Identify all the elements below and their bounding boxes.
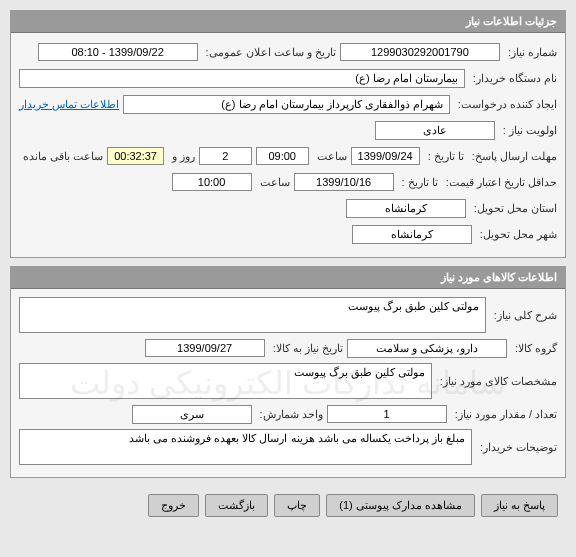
validity-to-label: تا تاریخ : <box>398 176 438 189</box>
city-field: کرمانشاه <box>352 225 472 244</box>
panel-header-1: جزئیات اطلاعات نیاز <box>11 11 565 33</box>
action-bar: پاسخ به نیاز مشاهده مدارک پیوستی (1) چاپ… <box>10 486 566 525</box>
validity-label: حداقل تاریخ اعتبار قیمت: <box>442 176 557 189</box>
group-label: گروه کالا: <box>511 342 557 355</box>
unit-field: سری <box>132 405 252 424</box>
time-label-1: ساعت <box>313 150 347 163</box>
group-field: دارو، پزشکی و سلامت <box>347 339 507 358</box>
buyer-label: نام دستگاه خریدار: <box>469 72 557 85</box>
need-to-field: 1399/09/27 <box>145 339 265 357</box>
desc-field: مولتی کلین طبق برگ پیوست <box>19 297 486 333</box>
unit-label: واحد شمارش: <box>256 408 323 421</box>
days-field: 2 <box>199 147 252 165</box>
need-details-panel: جزئیات اطلاعات نیاز شماره نیاز: 12990302… <box>10 10 566 258</box>
validity-date-field: 1399/10/16 <box>294 173 394 191</box>
province-field: کرمانشاه <box>346 199 466 218</box>
goods-panel: اطلاعات کالاهای مورد نیاز سامانه تدارکات… <box>10 266 566 478</box>
remain-field: 00:32:37 <box>107 147 164 165</box>
qty-field: 1 <box>327 405 447 423</box>
remain-label: ساعت باقی مانده <box>19 150 103 163</box>
notes-field: مبلغ باز پرداخت یکساله می باشد هزینه ارس… <box>19 429 472 465</box>
qty-label: تعداد / مقدار مورد نیاز: <box>451 408 557 421</box>
spec-label: مشخصات کالای مورد نیاز: <box>436 375 557 388</box>
priority-field: عادی <box>375 121 495 140</box>
panel-header-2: اطلاعات کالاهای مورد نیاز <box>11 267 565 289</box>
days-label: روز و <box>168 150 195 163</box>
priority-label: اولویت نیاز : <box>499 124 557 137</box>
announce-field: 1399/09/22 - 08:10 <box>38 43 198 61</box>
attachments-button[interactable]: مشاهده مدارک پیوستی (1) <box>326 494 475 517</box>
print-button[interactable]: چاپ <box>274 494 320 517</box>
contact-link[interactable]: اطلاعات تماس خریدار <box>19 98 119 111</box>
desc-label: شرح کلی نیاز: <box>490 309 557 322</box>
need-no-field: 1299030292001790 <box>340 43 500 61</box>
province-label: استان محل تحویل: <box>470 202 557 215</box>
buyer-field: بیمارستان امام رضا (ع) <box>19 69 465 88</box>
reply-button[interactable]: پاسخ به نیاز <box>481 494 558 517</box>
spec-field: مولتی کلین طبق برگ پیوست <box>19 363 432 399</box>
need-no-label: شماره نیاز: <box>504 46 557 59</box>
time-label-2: ساعت <box>256 176 290 189</box>
city-label: شهر محل تحویل: <box>476 228 557 241</box>
deadline-label: مهلت ارسال پاسخ: <box>468 150 557 163</box>
back-button[interactable]: بازگشت <box>205 494 268 517</box>
exit-button[interactable]: خروج <box>148 494 199 517</box>
to-date-field: 1399/09/24 <box>351 147 420 165</box>
announce-label: تاریخ و ساعت اعلان عمومی: <box>202 46 336 59</box>
need-to-label: تاریخ نیاز به کالا: <box>269 342 343 355</box>
to-time-field: 09:00 <box>256 147 309 165</box>
requester-label: ایجاد کننده درخواست: <box>454 98 557 111</box>
notes-label: توضیحات خریدار: <box>476 441 557 454</box>
requester-field: شهرام ذوالفقاری کارپرداز بیمارستان امام … <box>123 95 450 114</box>
validity-time-field: 10:00 <box>172 173 252 191</box>
to-date-label: تا تاریخ : <box>424 150 464 163</box>
